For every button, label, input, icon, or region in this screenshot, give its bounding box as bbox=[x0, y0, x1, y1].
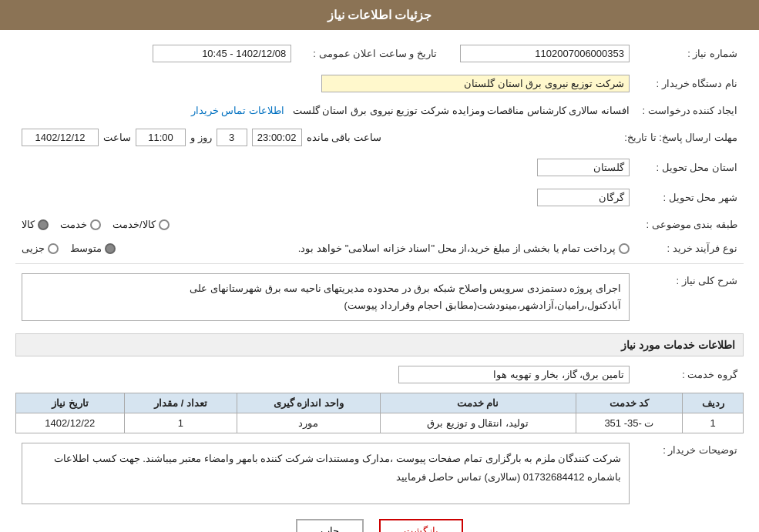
need-number-label: شماره نیاز : bbox=[636, 42, 744, 65]
cell-code-0: ت -35- 351 bbox=[576, 413, 683, 433]
page-title: جزئیات اطلاعات نیاز bbox=[327, 8, 432, 22]
notes-label: توضیحات خریدار : bbox=[636, 440, 744, 507]
province-value: گلستان bbox=[537, 159, 630, 176]
col-date: تاریخ نیاز bbox=[16, 393, 125, 413]
remaining-time: 23:00:02 bbox=[252, 129, 302, 146]
category-option-3: کالا/خدمت bbox=[113, 219, 170, 230]
radio-khedmat bbox=[90, 219, 101, 230]
province-label: استان محل تحویل : bbox=[636, 156, 744, 179]
cell-qty-0: 1 bbox=[124, 413, 237, 433]
process-esnad-label: پرداخت تمام یا بخشی از مبلغ خرید،از محل … bbox=[298, 243, 616, 254]
table-row: 1 ت -35- 351 تولید، انتقال و توزیع برق م… bbox=[16, 413, 744, 433]
print-button[interactable]: چاپ bbox=[296, 519, 364, 532]
city-value: گرگان bbox=[537, 189, 630, 206]
category-kala-khedmat-label: کالا/خدمت bbox=[113, 219, 156, 230]
response-deadline-label: مهلت ارسال پاسخ: تا تاریخ: bbox=[618, 125, 744, 149]
process-option-2: متوسط bbox=[70, 243, 116, 254]
remaining-label: ساعت باقی مانده bbox=[307, 132, 381, 143]
process-motavas-label: متوسط bbox=[70, 243, 102, 254]
category-option-1: کالا bbox=[22, 219, 49, 230]
process-option-1: جزیی bbox=[22, 243, 59, 254]
cell-name-0: تولید، انتقال و توزیع برق bbox=[380, 413, 576, 433]
page-header: جزئیات اطلاعات نیاز bbox=[0, 0, 759, 30]
radio-esnad bbox=[619, 243, 630, 254]
cell-unit-0: مورد bbox=[237, 413, 380, 433]
services-table: ردیف کد خدمت نام خدمت واحد اندازه گیری ت… bbox=[15, 393, 744, 433]
response-days: 3 bbox=[217, 129, 247, 146]
service-group-value: تامین برق، گاز، بخار و تهویه هوا bbox=[398, 366, 630, 383]
col-row: ردیف bbox=[683, 393, 744, 413]
cell-date-0: 1402/12/22 bbox=[16, 413, 125, 433]
category-khedmat-label: خدمت bbox=[60, 219, 87, 230]
radio-motavas bbox=[105, 243, 116, 254]
category-option-2: خدمت bbox=[60, 219, 101, 230]
response-days-label: روز و bbox=[190, 132, 212, 143]
col-code: کد خدمت bbox=[576, 393, 683, 413]
action-buttons: بازگشت چاپ bbox=[15, 519, 744, 532]
announce-date-label: تاریخ و ساعت اعلان عمومی : bbox=[297, 42, 443, 65]
back-button[interactable]: بازگشت bbox=[379, 519, 463, 532]
services-section-title: اطلاعات خدمات مورد نیاز bbox=[15, 333, 744, 356]
col-qty: تعداد / مقدار bbox=[124, 393, 237, 413]
radio-kala-khedmat bbox=[159, 219, 170, 230]
description-value: اجرای پروژه دستمزدی سرویس واصلاح شبکه بر… bbox=[22, 273, 630, 321]
process-type-label: نوع فرآیند خرید : bbox=[636, 239, 744, 257]
radio-jozi bbox=[48, 243, 59, 254]
buyer-name-label: نام دستگاه خریدار : bbox=[636, 72, 744, 95]
notes-value: شرکت کنندگان ملزم به بارگزاری تمام صفحات… bbox=[22, 443, 630, 504]
response-time-label: ساعت bbox=[103, 132, 131, 143]
buyer-name-value: شرکت توزیع نیروی برق استان گلستان bbox=[321, 75, 630, 92]
announce-date-value: 1402/12/08 - 10:45 bbox=[153, 45, 291, 62]
cell-row-0: 1 bbox=[683, 413, 744, 433]
response-time: 11:00 bbox=[136, 129, 186, 146]
need-number-value: 1102007006000353 bbox=[460, 45, 630, 62]
city-label: شهر محل تحویل : bbox=[636, 186, 744, 209]
col-name: نام خدمت bbox=[380, 393, 576, 413]
category-kala-label: کالا bbox=[22, 219, 35, 230]
process-option-3: پرداخت تمام یا بخشی از مبلغ خرید،از محل … bbox=[127, 243, 630, 254]
service-group-label: گروه خدمت : bbox=[636, 363, 744, 386]
radio-kala bbox=[38, 219, 49, 230]
creator-link[interactable]: اطلاعات تماس خریدار bbox=[191, 105, 284, 116]
col-unit: واحد اندازه گیری bbox=[237, 393, 380, 413]
category-label: طبقه بندی موضوعی : bbox=[636, 216, 744, 233]
creator-value: افسانه سالاری کارشناس مناقصات ومزایده شر… bbox=[293, 105, 630, 116]
description-label: شرح کلی نیاز : bbox=[636, 270, 744, 324]
response-date: 1402/12/12 bbox=[22, 129, 99, 146]
process-jozi-label: جزیی bbox=[22, 243, 45, 254]
creator-label: ایجاد کننده درخواست : bbox=[636, 102, 744, 119]
